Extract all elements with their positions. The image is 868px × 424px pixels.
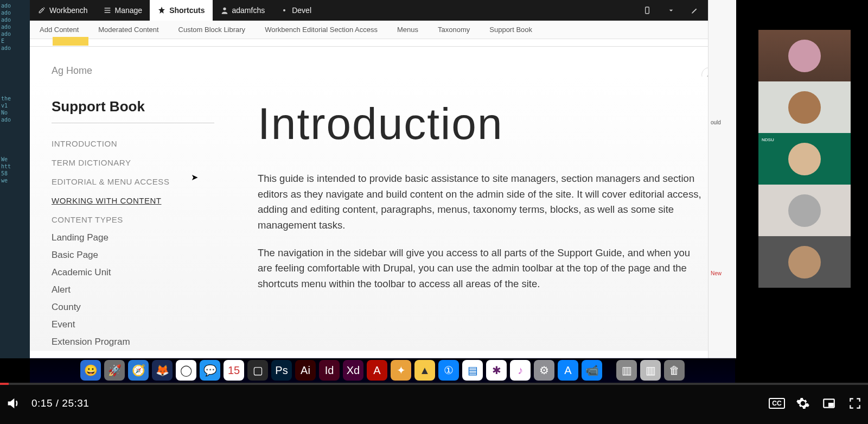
dock-finder-icon[interactable]: 😀: [80, 360, 101, 381]
mute-button[interactable]: [0, 390, 26, 416]
support-book-sidebar: Support Book INTRODUCTION TERM DICTIONAR…: [52, 98, 214, 351]
shortcuts-tab[interactable]: Shortcuts: [150, 0, 212, 21]
shortcut-menus[interactable]: Menus: [387, 21, 428, 39]
dock-1password-icon[interactable]: ①: [438, 360, 459, 381]
active-tab-chip: [53, 37, 88, 46]
nav-basic-page[interactable]: Basic Page: [52, 246, 214, 264]
dock-folder1-icon[interactable]: ▥: [616, 360, 637, 381]
nav-event[interactable]: Event: [52, 316, 214, 333]
dock-settings-icon[interactable]: ⚙: [534, 360, 554, 381]
mouse-cursor-icon: ➤: [191, 172, 198, 182]
nav-term-dictionary[interactable]: TERM DICTIONARY: [52, 153, 214, 172]
settings-button[interactable]: [790, 390, 816, 416]
manage-tab[interactable]: Manage: [95, 0, 150, 21]
dock-chrome-icon[interactable]: ◯: [176, 360, 196, 381]
participant-4[interactable]: [758, 185, 851, 236]
time-sep: /: [56, 397, 62, 409]
manage-label: Manage: [115, 6, 143, 15]
fullscreen-button[interactable]: [842, 390, 868, 416]
nav-extension-program[interactable]: Extension Program: [52, 333, 214, 351]
dock-indesign-icon[interactable]: Id: [319, 360, 340, 381]
dock-acrobat-icon[interactable]: A: [367, 360, 387, 381]
nav-working-with-content[interactable]: WORKING WITH CONTENT: [52, 191, 214, 210]
participant-1[interactable]: [758, 30, 851, 81]
participant-3[interactable]: NDSU: [758, 133, 851, 185]
workbench-tab[interactable]: Workbench: [30, 0, 95, 21]
admin-toolbar: Workbench Manage Shortcuts adamfchs Deve…: [30, 0, 735, 21]
intro-paragraph-1: This guide is intended to provide basic …: [258, 171, 703, 233]
dock-xd-icon[interactable]: Xd: [343, 360, 363, 381]
devel-label: Devel: [292, 6, 311, 15]
tools-icon: [37, 6, 46, 15]
total-time: 25:31: [62, 397, 89, 409]
dock-app1-icon[interactable]: ✦: [391, 360, 411, 381]
nav-landing-page[interactable]: Landing Page: [52, 229, 214, 246]
dock-calendar-icon[interactable]: 15: [224, 360, 244, 381]
sidebar-nav-sub: Landing Page Basic Page Academic Unit Al…: [52, 229, 214, 351]
pencil-toggle[interactable]: [683, 0, 707, 21]
dock-zoom-icon[interactable]: 📹: [582, 360, 602, 381]
nav-introduction[interactable]: INTRODUCTION: [52, 134, 214, 153]
shortcut-support-book[interactable]: Support Book: [480, 21, 542, 39]
sidebar-nav-main: INTRODUCTION TERM DICTIONARY EDITORIAL &…: [52, 134, 214, 229]
dock-music-icon[interactable]: ♪: [510, 360, 531, 381]
participant-tag-ndsu: NDSU: [758, 136, 777, 143]
nav-alert[interactable]: Alert: [52, 281, 214, 299]
sidebar-title: Support Book: [52, 98, 214, 123]
shortcut-add-content[interactable]: Add Content: [30, 21, 88, 39]
progress-bar[interactable]: [0, 383, 868, 385]
video-participants: NDSU: [758, 30, 851, 288]
main-article: Introduction This guide is intended to p…: [258, 98, 713, 351]
workbench-label: Workbench: [49, 6, 88, 15]
participant-2[interactable]: [758, 81, 851, 133]
user-label: adamfchs: [232, 6, 265, 15]
dock-trash-icon[interactable]: 🗑: [664, 360, 685, 381]
intro-paragraph-2: The navigation in the sidebar will give …: [258, 245, 703, 292]
background-code-strip: adoadoadoadoadoEado thev1Noado Wehtt58we: [0, 0, 30, 358]
breadcrumb[interactable]: Ag Home: [30, 47, 735, 77]
nav-county[interactable]: County: [52, 299, 214, 316]
gear-icon: [796, 396, 810, 410]
shortcut-workbench-access[interactable]: Workbench Editorial Section Access: [255, 21, 387, 39]
user-tab[interactable]: adamfchs: [213, 0, 273, 21]
captions-button[interactable]: CC: [764, 390, 790, 416]
dock-appstore-icon[interactable]: A: [558, 360, 578, 381]
progress-fill: [0, 383, 9, 385]
svg-rect-2: [646, 7, 649, 14]
dock-safari-icon[interactable]: 🧭: [128, 360, 149, 381]
page-content: Support Book INTRODUCTION TERM DICTIONAR…: [30, 77, 735, 351]
dock-photoshop-icon[interactable]: Ps: [271, 360, 292, 381]
shortcut-taxonomy[interactable]: Taxonomy: [428, 21, 480, 39]
page-heading: Introduction: [258, 98, 713, 149]
shortcut-block-library[interactable]: Custom Block Library: [169, 21, 256, 39]
shortcut-moderated[interactable]: Moderated Content: [88, 21, 168, 39]
browser-window: Workbench Manage Shortcuts adamfchs Deve…: [30, 0, 735, 358]
dock-terminal-icon[interactable]: ▢: [247, 360, 268, 381]
dock-app2-icon[interactable]: ▲: [414, 360, 435, 381]
macos-dock: 😀 🚀 🧭 🦊 ◯ 💬 15 ▢ Ps Ai Id Xd A ✦ ▲ ① ▤ ✱…: [30, 358, 735, 383]
nav-academic-unit[interactable]: Academic Unit: [52, 264, 214, 281]
phone-icon: [643, 6, 652, 15]
shortcuts-label: Shortcuts: [169, 6, 205, 15]
device-toggle[interactable]: [635, 0, 659, 21]
cc-icon: CC: [769, 398, 784, 409]
dock-app3-icon[interactable]: ▤: [462, 360, 483, 381]
nav-editorial-access[interactable]: EDITORIAL & MENU ACCESS: [52, 172, 214, 191]
dock-launchpad-icon[interactable]: 🚀: [104, 360, 125, 381]
devel-tab[interactable]: Devel: [272, 0, 319, 21]
time-display: 0:15 / 25:31: [31, 397, 89, 409]
dock-folder2-icon[interactable]: ▥: [640, 360, 661, 381]
miniplayer-button[interactable]: [816, 390, 842, 416]
speaker-icon: [5, 396, 21, 411]
participant-5[interactable]: [758, 236, 851, 288]
background-window-peek: ould New: [708, 0, 736, 358]
dock-illustrator-icon[interactable]: Ai: [295, 360, 316, 381]
dock-slack-icon[interactable]: ✱: [486, 360, 507, 381]
chevron-down-icon: [667, 6, 675, 15]
person-icon: [220, 6, 229, 15]
svg-rect-4: [829, 403, 833, 406]
dock-messages-icon[interactable]: 💬: [200, 360, 220, 381]
nav-content-types[interactable]: CONTENT TYPES: [52, 210, 214, 229]
dock-firefox-icon[interactable]: 🦊: [152, 360, 173, 381]
dropdown-caret[interactable]: [659, 0, 683, 21]
